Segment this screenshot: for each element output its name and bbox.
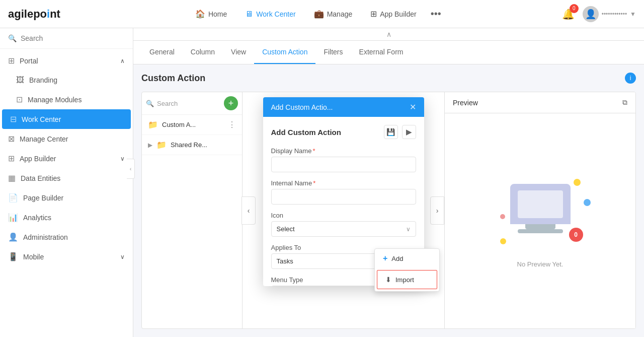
preview-badge: 0 [569, 228, 583, 242]
context-menu-import[interactable]: ⬇ Import [377, 270, 437, 289]
decoration-dot-blue [584, 199, 591, 206]
sidebar-item-label-work-center: Work Center [22, 115, 123, 123]
import-icon: ⬇ [385, 276, 391, 284]
sidebar-collapse-button[interactable]: ‹ [127, 159, 135, 179]
notification-badge: 0 [570, 4, 579, 13]
list-item-label-shared: Shared Re... [171, 141, 236, 149]
display-name-input[interactable] [271, 157, 416, 172]
expand-arrow-shared: ▶ [148, 142, 152, 149]
collapse-toggle-button[interactable]: ∧ [386, 30, 391, 38]
sidebar-item-label-branding: Branding [29, 76, 125, 84]
toggle-bar: ∧ [133, 28, 644, 41]
nav-appbuilder-label: App Builder [380, 10, 416, 18]
logo[interactable]: agilepoint [8, 8, 60, 21]
search-input[interactable] [21, 34, 125, 42]
branding-icon: 🖼 [16, 76, 24, 85]
manage-center-icon: ⊠ [8, 134, 15, 144]
monitor-shape [510, 184, 571, 224]
sidebar-item-administration[interactable]: 👤 Administration [0, 227, 133, 247]
sidebar-item-label-manage-modules: Manage Modules [28, 96, 125, 104]
sidebar-item-page-builder[interactable]: 📄 Page Builder [0, 188, 133, 208]
sidebar-item-mobile[interactable]: 📱 Mobile ∨ [0, 247, 133, 266]
internal-name-input[interactable] [271, 189, 416, 205]
left-panel-search-label: Search [157, 100, 178, 107]
form-group-internal-name: Internal Name* [271, 179, 416, 205]
left-panel-items: 📁 Custom A... ⋮ ▶ 📁 Shared Re... [142, 115, 242, 328]
modal-save-button[interactable]: 💾 [384, 125, 398, 139]
chevron-down-icon-appbuilder: ∨ [120, 155, 125, 162]
required-indicator-2: * [313, 179, 315, 187]
external-link-icon[interactable]: ⧉ [622, 98, 627, 107]
tab-general[interactable]: General [141, 41, 183, 64]
info-icon[interactable]: i [625, 73, 636, 84]
sidebar-section: ⊞ Portal ∧ 🖼 Branding ⊡ Manage Modules ⊟… [0, 49, 133, 268]
left-panel-search[interactable]: 🔍 Search [146, 100, 178, 107]
context-menu: + Add ⬇ Import [374, 248, 440, 292]
sidebar-item-work-center[interactable]: ⊟ Work Center [2, 109, 131, 129]
more-options-icon-custom[interactable]: ⋮ [228, 120, 236, 129]
page-builder-icon: 📄 [8, 193, 18, 203]
appbuilder-icon: ⊞ [370, 9, 377, 19]
notification-button[interactable]: 🔔 0 [560, 6, 577, 22]
list-item-shared[interactable]: ▶ 📁 Shared Re... [142, 135, 242, 155]
nav-more[interactable]: ••• [427, 6, 445, 22]
manage-modules-icon: ⊡ [16, 95, 23, 104]
sidebar-item-data-entities[interactable]: ▦ Data Entities [0, 168, 133, 188]
sidebar-item-label-manage-center: Manage Center [20, 135, 125, 143]
icon-select-value: Select [277, 225, 295, 233]
left-panel: 🔍 Search + 📁 Custom A... ⋮ ▶ [142, 92, 243, 328]
context-menu-add[interactable]: + Add [375, 249, 439, 268]
applies-to-value: Tasks [277, 257, 293, 265]
nav-manage-label: Manage [327, 10, 353, 18]
user-menu[interactable]: 👤 •••••••••••• ▼ [583, 6, 636, 22]
monitor-base [518, 229, 563, 233]
sidebar: 🔍 ⊞ Portal ∧ 🖼 Branding ⊡ Manage Modules… [0, 28, 133, 337]
monitor-screen [518, 190, 563, 218]
nav-appbuilder[interactable]: ⊞ App Builder [362, 5, 424, 23]
context-menu-import-label: Import [395, 276, 414, 284]
sidebar-item-analytics[interactable]: 📊 Analytics [0, 208, 133, 227]
nav-workcenter[interactable]: 🖥 Work Center [237, 6, 303, 23]
nav-right: 🔔 0 👤 •••••••••••• ▼ [560, 6, 636, 22]
folder-icon-custom: 📁 [148, 120, 158, 129]
icon-select[interactable]: Select ∨ [271, 221, 416, 237]
sidebar-item-branding[interactable]: 🖼 Branding [0, 71, 133, 90]
modal-play-button[interactable]: ▶ [402, 125, 416, 139]
modal-close-button[interactable]: ✕ [410, 102, 416, 112]
sidebar-item-label-page-builder: Page Builder [23, 194, 125, 202]
decoration-dot-red [500, 214, 505, 219]
no-preview-text: No Preview Yet. [517, 260, 564, 268]
sidebar-item-manage-modules[interactable]: ⊡ Manage Modules [0, 90, 133, 109]
sidebar-search-container[interactable]: 🔍 [0, 28, 133, 49]
tabs-bar: General Column View Custom Action Filter… [133, 41, 644, 64]
sidebar-item-label-data-entities: Data Entities [21, 174, 125, 182]
add-icon: + [383, 254, 387, 263]
nav-manage[interactable]: 💼 Manage [306, 5, 361, 23]
form-group-display-name: Display Name* [271, 147, 416, 172]
add-item-button[interactable]: + [224, 96, 238, 110]
sidebar-item-app-builder[interactable]: ⊞ App Builder ∨ [0, 149, 133, 168]
chevron-down-icon: ▼ [630, 11, 636, 18]
sidebar-item-portal[interactable]: ⊞ Portal ∧ [0, 51, 133, 71]
modal-section-label: Add Custom Action [271, 128, 341, 137]
preview-title: Preview [453, 99, 478, 107]
collapse-icon: ‹ [130, 166, 132, 172]
tab-external-form[interactable]: External Form [351, 41, 412, 64]
list-item-custom[interactable]: 📁 Custom A... ⋮ [142, 115, 242, 135]
sidebar-item-manage-center[interactable]: ⊠ Manage Center [0, 129, 133, 149]
tab-column[interactable]: Column [183, 41, 223, 64]
chevron-down-icon-icon: ∨ [406, 226, 411, 233]
tab-view[interactable]: View [223, 41, 254, 64]
portal-icon: ⊞ [8, 56, 15, 65]
tab-filters[interactable]: Filters [315, 41, 351, 64]
content-header: Custom Action i [141, 73, 636, 84]
app-layout: 🔍 ⊞ Portal ∧ 🖼 Branding ⊡ Manage Modules… [0, 0, 644, 337]
tab-custom-action[interactable]: Custom Action [254, 41, 315, 64]
work-center-icon: ⊟ [10, 114, 17, 124]
modal-section-title: Add Custom Action 💾 ▶ [271, 125, 416, 139]
nav-home[interactable]: 🏠 Home [187, 5, 235, 23]
context-menu-add-label: Add [391, 255, 403, 262]
modal-header: Add Custom Actio... ✕ [263, 97, 424, 117]
chevron-down-icon-mobile: ∨ [120, 253, 125, 260]
display-name-label: Display Name* [271, 147, 416, 155]
